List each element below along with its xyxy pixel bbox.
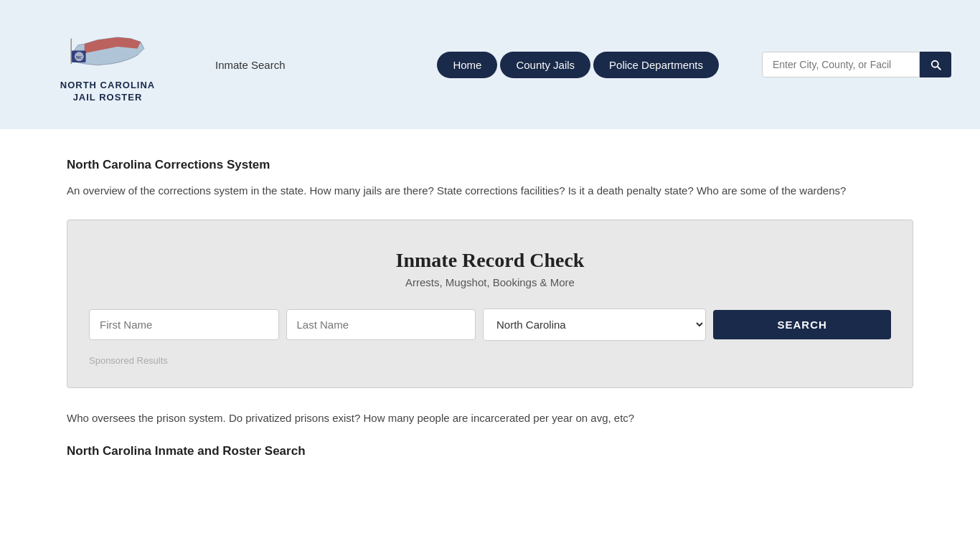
section1-text: An overview of the corrections system in…: [67, 182, 913, 199]
inmate-search-link[interactable]: Inmate Search: [215, 59, 286, 71]
site-header: NC NORTH CAROLINA JAIL ROSTER Inmate Sea…: [0, 0, 980, 129]
header-search-button[interactable]: [920, 52, 951, 77]
nav-home-button[interactable]: Home: [437, 52, 497, 78]
last-name-input[interactable]: [286, 309, 476, 340]
nav-police-departments-button[interactable]: Police Departments: [593, 52, 719, 78]
search-icon: [929, 58, 942, 71]
state-select[interactable]: North Carolina Alabama Alaska Arizona Ar…: [483, 309, 706, 341]
header-search-area: [762, 52, 951, 77]
logo-area: NC NORTH CAROLINA JAIL ROSTER: [29, 25, 187, 104]
nc-state-map-icon: NC: [65, 25, 151, 75]
record-search-button[interactable]: SEARCH: [713, 310, 891, 339]
nav-county-jails-button[interactable]: County Jails: [500, 52, 590, 78]
main-nav: Home County Jails Police Departments: [437, 52, 719, 78]
first-name-input[interactable]: [89, 309, 279, 340]
inmate-record-check-box: Inmate Record Check Arrests, Mugshot, Bo…: [67, 220, 913, 388]
svg-text:NC: NC: [76, 55, 83, 60]
section1-heading: North Carolina Corrections System: [67, 158, 913, 172]
section2-heading: North Carolina Inmate and Roster Search: [67, 444, 913, 458]
site-logo-title: NORTH CAROLINA JAIL ROSTER: [60, 80, 155, 104]
record-check-subtitle: Arrests, Mugshot, Bookings & More: [89, 276, 891, 288]
main-content: North Carolina Corrections System An ove…: [45, 129, 935, 480]
record-check-form: North Carolina Alabama Alaska Arizona Ar…: [89, 309, 891, 341]
sponsored-label: Sponsored Results: [89, 355, 891, 366]
header-search-input[interactable]: [762, 52, 920, 77]
record-check-title: Inmate Record Check: [89, 249, 891, 272]
section2-text: Who oversees the prison system. Do priva…: [67, 410, 913, 427]
